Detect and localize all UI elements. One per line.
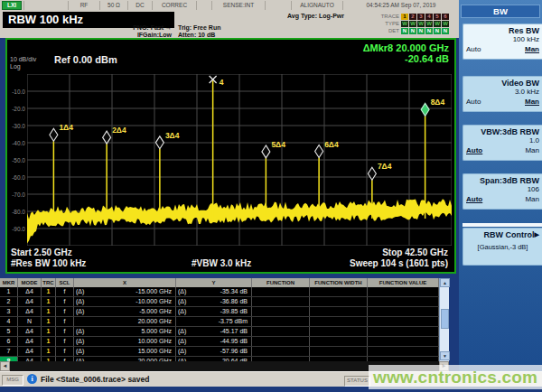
cell-function-value	[368, 347, 439, 356]
status-strip: LXIRF50 ΩDCCORRECSENSE:INTALIGNAUTO04:54…	[0, 0, 459, 11]
menu-separator	[463, 223, 542, 227]
column-header-x: X	[74, 278, 176, 287]
auto-option[interactable]: Auto	[466, 44, 481, 54]
status-cell-senseint: SENSE:INT	[211, 1, 265, 10]
softkey-span-3db-rbw[interactable]: Span:3dB RBW106AutoMan	[463, 173, 542, 210]
man-option[interactable]: Man	[525, 44, 539, 54]
msg-label: MSG	[2, 375, 23, 386]
marker-diamond-icon	[262, 145, 270, 158]
ref-level-label: Ref 0.00 dBm	[54, 54, 117, 65]
table-row[interactable]: 2Δ41f(Δ)-10.000 GHz(Δ)-36.86 dB	[0, 297, 449, 307]
cell-function	[252, 347, 310, 356]
x-value: -15.000 GHz	[84, 287, 175, 296]
man-option[interactable]: Man	[525, 194, 539, 204]
auto-option[interactable]: Auto	[466, 145, 482, 155]
y-axis-label: -70.0	[8, 191, 25, 198]
pno-text: PNO: Fast	[133, 24, 164, 31]
tdm-label-det: DET	[376, 28, 401, 33]
tdm-row-det: DETNNNNNN	[376, 27, 455, 34]
x-delta: (Δ)	[74, 337, 84, 346]
cell-x: (Δ)-5.000 GHz	[74, 307, 176, 316]
y-value: -3.75 dBm	[178, 317, 251, 326]
table-row[interactable]: 4N1f20.000 GHz-3.75 dBm	[0, 317, 449, 327]
marker-3[interactable]: 3Δ4	[155, 131, 179, 149]
softkey-rbw-control[interactable]: ▶ RBW Control [Gaussian,-3 dB]	[463, 228, 542, 266]
tdm-cell-trace4: 4	[425, 14, 433, 20]
man-option[interactable]: Man	[525, 145, 539, 155]
cell-trc: 1	[42, 307, 56, 316]
softkey-video-bw[interactable]: Video BW3.0 kHzAutoMan	[463, 76, 542, 112]
y-axis-label: -20.0	[8, 106, 25, 112]
status-message: File <State_0006.trace> saved	[41, 375, 150, 384]
info-icon: i	[27, 374, 37, 384]
cell-function-width	[310, 287, 368, 296]
table-row[interactable]: 6Δ41f(Δ)10.000 GHz(Δ)-44.95 dB	[0, 337, 449, 347]
y-delta: (Δ)	[176, 347, 186, 356]
scroll-down-button[interactable]: ▼	[440, 351, 450, 360]
cell-mode: Δ4	[18, 347, 42, 356]
cell-trc: 1	[42, 297, 56, 306]
lxi-indicator: LXI	[2, 1, 22, 10]
cell-mode: Δ4	[18, 307, 42, 316]
cell-function	[252, 337, 310, 346]
cell-function-width	[310, 317, 368, 326]
column-header-function: FUNCTION	[252, 278, 310, 287]
marker-8[interactable]: 8Δ4	[421, 98, 444, 116]
cell-scl: f	[56, 337, 74, 346]
marker-2[interactable]: 2Δ4	[103, 126, 126, 144]
pno-ifgain-annotation: PNO: Fast → IFGain:Low	[105, 24, 172, 39]
status-cell	[23, 1, 68, 10]
softkey-vbw-3db-rbw[interactable]: VBW:3dB RBW1.0AutoMan	[463, 125, 542, 161]
marker-label: 6Δ4	[324, 140, 339, 149]
spectrum-plot: 1Δ42Δ43Δ445Δ46Δ47Δ48Δ4	[27, 74, 452, 246]
y-delta: (Δ)	[176, 327, 186, 336]
cell-function-width	[310, 347, 368, 356]
marker-4[interactable]: 4	[210, 76, 224, 87]
marker-label: 7Δ4	[378, 162, 392, 171]
marker-label: 2Δ4	[112, 126, 126, 135]
column-header-mode: MODE	[18, 278, 42, 287]
tdm-cell-det2: N	[409, 28, 416, 34]
table-row[interactable]: 3Δ41f(Δ)-5.000 GHz(Δ)-39.85 dB	[0, 307, 449, 317]
tdm-cell-type3: W	[417, 21, 425, 27]
cell-y: (Δ)-39.85 dB	[176, 307, 252, 316]
softkey-res-bw[interactable]: Res BW100 kHzAutoMan	[463, 23, 542, 60]
vertical-scroll-thumb[interactable]	[441, 309, 449, 329]
x-value: 10.000 GHz	[84, 337, 175, 346]
auto-option[interactable]: Auto	[466, 194, 482, 204]
tdm-label-type: TYPE	[376, 21, 401, 26]
status-cell-dc: DC	[127, 1, 152, 10]
cell-mkr: 3	[0, 307, 18, 316]
column-header-mkr: MKR	[0, 278, 18, 287]
table-row[interactable]: 7Δ41f(Δ)15.000 GHz(Δ)-57.96 dB	[0, 347, 449, 357]
table-row[interactable]: 5Δ41f(Δ)5.000 GHz(Δ)-45.17 dB	[0, 327, 449, 337]
table-row[interactable]: 1Δ41f(Δ)-15.000 GHz(Δ)-35.34 dB	[0, 287, 449, 297]
softkey-title: Video BW	[466, 79, 539, 88]
cell-function-value	[368, 287, 439, 296]
marker-label: 3Δ4	[165, 131, 180, 140]
cell-trc: 1	[42, 287, 56, 296]
scroll-up-button[interactable]: ▲	[440, 278, 450, 287]
column-header-function-value: FUNCTION VALUE	[368, 278, 439, 287]
marker-label: 8Δ4	[431, 98, 445, 107]
cell-function	[252, 297, 310, 306]
trig-text: Trig: Free Run	[178, 24, 259, 32]
auto-option[interactable]: Auto	[466, 97, 481, 107]
cell-function	[252, 287, 310, 296]
column-header-function-width: FUNCTION WIDTH	[310, 278, 368, 287]
sweep-time-label: Sweep 104 s (1601 pts)	[350, 258, 448, 268]
scroll-left-button[interactable]: ◄	[0, 361, 10, 371]
tdm-cell-trace1: 1	[401, 14, 408, 20]
marker-diamond-icon	[421, 103, 429, 116]
cell-mkr: 6	[0, 337, 18, 346]
cell-scl: f	[56, 327, 74, 336]
y-value: -36.86 dB	[186, 297, 251, 306]
marker-table-vertical-scrollbar[interactable]: ▲ ▼	[439, 278, 449, 361]
x-delta: (Δ)	[74, 287, 84, 296]
cell-function	[252, 307, 310, 316]
man-option[interactable]: Man	[525, 97, 539, 107]
cell-y: (Δ)-36.86 dB	[176, 297, 252, 306]
x-delta: (Δ)	[74, 347, 84, 356]
tdm-cell-trace6: 6	[442, 14, 449, 20]
status-cell	[265, 1, 291, 10]
